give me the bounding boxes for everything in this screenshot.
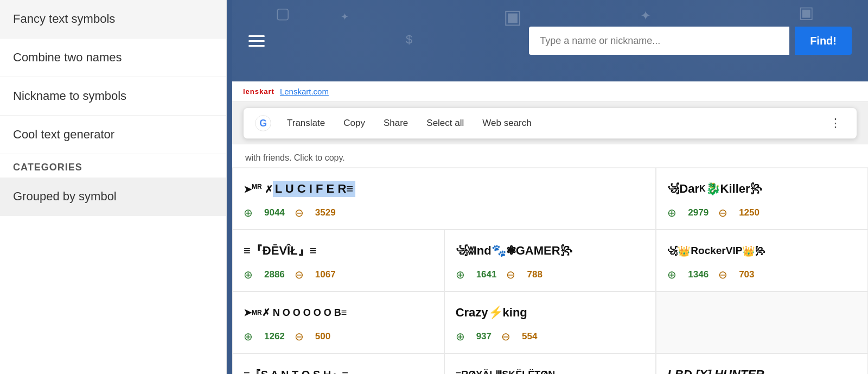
nickname-text-noob: ➤MR ✗ N O O O O O B≡ <box>244 302 433 324</box>
nickname-card-devil[interactable]: ≡『ĐĒVÎŁ』≡ ⊕ 2886 ⊖ 1067 <box>232 230 444 291</box>
stat-down-0: 3529 <box>315 207 336 218</box>
stat-up-crazyking: 937 <box>476 331 492 342</box>
search-area: Find! <box>270 27 857 55</box>
up-icon-rockervip: ⊕ <box>667 268 676 281</box>
nickname-stats-2: ⊕ 2979 ⊖ 1250 <box>667 206 857 219</box>
nickname-text-devil: ≡『ĐĒVÎŁ』≡ <box>244 240 433 262</box>
down-icon-2: ⊖ <box>718 206 727 219</box>
nickname-text-skeleton: ≡RØYÄLⅢSKËLËTØN <box>456 364 645 374</box>
sidebar-strip <box>227 0 232 374</box>
nickname-text-2: ꧁DarK🐉Killer꧂ <box>667 178 857 200</box>
search-input[interactable] <box>529 27 789 55</box>
down-icon-rockervip: ⊖ <box>718 268 727 281</box>
nickname-stats-rockervip: ⊕ 1346 ⊖ 703 <box>667 268 857 281</box>
nickname-stats-devil: ⊕ 2886 ⊖ 1067 <box>244 268 433 281</box>
nickname-text-lbd-hunter: LBD [X] HUNTER <box>667 364 857 374</box>
google-logo-icon: G <box>254 115 272 132</box>
nickname-text-rockervip: ꧁👑RockerVIP👑꧂ <box>667 240 857 262</box>
sidebar-item-nickname-to-symbols[interactable]: Nickname to symbols <box>0 77 226 116</box>
down-icon-noob: ⊖ <box>295 330 304 343</box>
categories-label: CATEGORIES <box>0 154 226 178</box>
sidebar-item-combine-two-names[interactable]: Combine two names <box>0 39 226 77</box>
find-button[interactable]: Find! <box>795 27 852 55</box>
nickname-card-empty-1 <box>656 291 868 353</box>
up-icon-noob: ⊕ <box>244 330 253 343</box>
nickname-card-rockervip[interactable]: ꧁👑RockerVIP👑꧂ ⊕ 1346 ⊖ 703 <box>656 230 868 291</box>
nickname-card-santosh[interactable]: ≡『S A N T O S H』≡ <box>232 353 444 374</box>
nickname-card-noob[interactable]: ➤MR ✗ N O O O O O B≡ ⊕ 1262 ⊖ 500 <box>232 291 444 353</box>
stat-down-crazyking: 554 <box>522 331 537 342</box>
nickname-card-crazyking[interactable]: Crazy⚡king ⊕ 937 ⊖ 554 <box>444 291 656 353</box>
context-menu-more-icon[interactable]: ⋮ <box>825 116 846 130</box>
nickname-text-gamer: ꧁ʬInd🐾❃GAMER꧂ <box>456 240 645 262</box>
context-menu-copy[interactable]: Copy <box>336 113 373 133</box>
context-menu-select-all[interactable]: Select all <box>419 113 471 133</box>
hamburger-line-2 <box>248 40 265 42</box>
svg-text:G: G <box>259 118 267 129</box>
context-menu-share[interactable]: Share <box>376 113 416 133</box>
stat-down-noob: 500 <box>315 331 330 342</box>
nickname-stats-0: ⊕ 9044 ⊖ 3529 <box>244 206 644 219</box>
context-menu-web-search[interactable]: Web search <box>475 113 539 133</box>
nickname-grid: ➤MR ✗ L U C I F E R≡ ⊕ 9044 ⊖ 3529 ꧁DarK… <box>232 168 868 374</box>
nickname-stats-noob: ⊕ 1262 ⊖ 500 <box>244 330 433 343</box>
stat-up-rockervip: 1346 <box>688 269 709 280</box>
nickname-text-crazyking: Crazy⚡king <box>456 302 645 324</box>
ad-bar: lenskart Lenskart.com <box>232 81 868 102</box>
nickname-text-santosh: ≡『S A N T O S H』≡ <box>244 364 433 374</box>
ad-logo: lenskart <box>243 87 275 96</box>
context-menu-translate[interactable]: Translate <box>279 113 333 133</box>
up-icon-2: ⊕ <box>667 206 676 219</box>
nickname-text-0: ➤MR ✗ L U C I F E R≡ <box>244 178 644 200</box>
main-content: ▢ ✦ $ ▣ $ ✦ ◈ ▣ Find! lenskart Lenskart.… <box>232 0 868 374</box>
down-icon-devil: ⊖ <box>295 268 304 281</box>
stat-up-gamer: 1641 <box>476 269 497 280</box>
hamburger-line-1 <box>248 35 265 37</box>
sidebar-item-cool-text-generator[interactable]: Cool text generator <box>0 116 226 154</box>
up-icon-0: ⊕ <box>244 206 253 219</box>
nickname-card-skeleton[interactable]: ≡RØYÄLⅢSKËLËTØN <box>444 353 656 374</box>
up-icon-devil: ⊕ <box>244 268 253 281</box>
up-icon-crazyking: ⊕ <box>456 330 465 343</box>
nickname-stats-crazyking: ⊕ 937 ⊖ 554 <box>456 330 645 343</box>
stat-down-gamer: 788 <box>527 269 542 280</box>
sidebar-item-fancy-text-symbols[interactable]: Fancy text symbols <box>0 0 226 39</box>
context-menu-bar: G Translate Copy Share Select all Web se… <box>243 107 857 139</box>
down-icon-crazyking: ⊖ <box>501 330 510 343</box>
hamburger-button[interactable] <box>243 30 270 52</box>
nickname-card-0[interactable]: ➤MR ✗ L U C I F E R≡ ⊕ 9044 ⊖ 3529 <box>232 168 656 230</box>
nickname-stats-gamer: ⊕ 1641 ⊖ 788 <box>456 268 645 281</box>
nickname-card-lbd-hunter[interactable]: LBD [X] HUNTER <box>656 353 868 374</box>
stat-down-devil: 1067 <box>315 269 336 280</box>
stat-up-2: 2979 <box>688 207 709 218</box>
up-icon-gamer: ⊕ <box>456 268 465 281</box>
ad-domain[interactable]: Lenskart.com <box>280 87 329 96</box>
nickname-card-gamer[interactable]: ꧁ʬInd🐾❃GAMER꧂ ⊕ 1641 ⊖ 788 <box>444 230 656 291</box>
sidebar-item-grouped-by-symbol[interactable]: Grouped by symbol <box>0 178 226 216</box>
stat-up-devil: 2886 <box>264 269 285 280</box>
down-icon-gamer: ⊖ <box>506 268 515 281</box>
stat-up-noob: 1262 <box>264 331 285 342</box>
stat-down-rockervip: 703 <box>739 269 754 280</box>
stat-down-2: 1250 <box>739 207 760 218</box>
hamburger-line-3 <box>248 45 265 47</box>
content-area: with friends. Click to copy. ➤MR ✗ L U C… <box>232 144 868 374</box>
stat-up-0: 9044 <box>264 207 285 218</box>
header-banner: ▢ ✦ $ ▣ $ ✦ ◈ ▣ Find! <box>232 0 868 81</box>
info-text: with friends. Click to copy. <box>232 144 868 168</box>
down-icon-0: ⊖ <box>295 206 304 219</box>
nickname-card-2[interactable]: ꧁DarK🐉Killer꧂ ⊕ 2979 ⊖ 1250 <box>656 168 868 230</box>
sidebar: Fancy text symbols Combine two names Nic… <box>0 0 227 374</box>
